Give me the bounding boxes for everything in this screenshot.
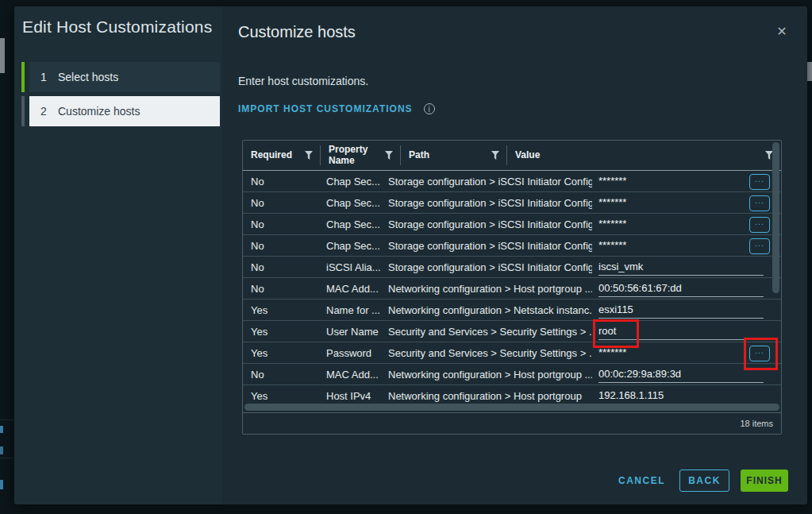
back-button[interactable]: BACK — [679, 470, 729, 492]
edit-value-button[interactable]: ... — [749, 346, 770, 361]
cell-required: No — [243, 171, 318, 191]
cell-property-name: MAC Add... — [318, 364, 380, 385]
table-header: RequiredProperty NamePathValue — [243, 141, 781, 171]
table-row: YesHost IPv4Networking configuration > H… — [243, 385, 781, 402]
table-row: NoChap Sec...Storage configuration > iSC… — [243, 235, 781, 257]
edit-value-button[interactable]: ... — [749, 217, 770, 233]
edit-value-button[interactable]: ... — [749, 238, 770, 254]
cell-required: Yes — [243, 300, 318, 320]
table-row: NoMAC Add...Networking configuration > H… — [243, 278, 781, 300]
cell-path: Storage configuration > iSCSI Initiator … — [380, 257, 592, 277]
cell-required: No — [243, 278, 318, 299]
value-input[interactable]: root — [598, 323, 764, 340]
cell-property-name: Password — [318, 342, 380, 363]
cell-required: No — [243, 192, 318, 213]
cell-path: Storage configuration > iSCSI Initiator … — [380, 214, 592, 234]
wizard-step-customize-hosts: 2 Customize hosts — [14, 96, 222, 126]
cell-required: No — [243, 257, 318, 277]
value-input[interactable]: 00:0c:29:9a:89:3d — [598, 366, 764, 383]
cell-path: Storage configuration > iSCSI Initiator … — [380, 235, 592, 256]
cell-path: Storage configuration > iSCSI Initiator … — [380, 171, 592, 191]
cell-value: 192.168.1.115 — [592, 385, 781, 402]
import-host-customizations-link[interactable]: IMPORT HOST CUSTOMIZATIONS — [238, 103, 413, 114]
table-row: YesName for ...Networking configuration … — [243, 300, 781, 321]
cell-required: No — [243, 364, 318, 385]
background-scrollbar-fragment — [0, 38, 5, 73]
wizard-steps: 1 Select hosts 2 Customize hosts — [14, 62, 222, 126]
background-tag-fragment — [806, 62, 812, 81]
panel-description: Enter host customizations. — [238, 75, 368, 87]
table-row: NoMAC Add...Networking configuration > H… — [243, 364, 781, 385]
step-number: 2 — [40, 105, 58, 118]
customize-hosts-panel: Customize hosts ✕ Enter host customizati… — [222, 6, 807, 504]
host-customizations-table: RequiredProperty NamePathValue NoChap Se… — [242, 140, 782, 435]
value-text: ******* — [598, 173, 629, 189]
wizard-title: Edit Host Customizations — [22, 17, 222, 37]
cell-value: *******... — [592, 192, 781, 213]
column-header-label: Property Name — [329, 145, 385, 167]
value-input[interactable]: iscsi_vmk — [598, 259, 764, 276]
step-progress-rail — [21, 96, 25, 126]
cell-required: Yes — [243, 321, 318, 342]
edit-value-button-wrap: ... — [749, 215, 770, 233]
cancel-button[interactable]: CANCEL — [618, 475, 665, 486]
funnel-icon[interactable] — [305, 151, 313, 160]
wizard-sidebar: Edit Host Customizations 1 Select hosts … — [14, 6, 222, 504]
table-row: NoChap Sec...Storage configuration > iSC… — [243, 192, 781, 214]
column-header-label: Path — [409, 150, 429, 161]
edit-value-button-wrap: ... — [749, 172, 770, 190]
cell-property-name: Name for ... — [318, 300, 380, 320]
value-text: ******* — [598, 195, 629, 211]
import-row: IMPORT HOST CUSTOMIZATIONS i — [238, 103, 435, 114]
cell-value: *******... — [592, 235, 781, 256]
funnel-icon[interactable] — [491, 151, 499, 160]
finish-button[interactable]: FINISH — [741, 470, 788, 492]
value-text: ******* — [598, 345, 629, 361]
edit-value-button[interactable]: ... — [749, 174, 770, 190]
wizard-step-select-hosts: 1 Select hosts — [14, 62, 222, 92]
horizontal-scrollbar-thumb[interactable] — [244, 404, 779, 411]
table-row: YesPasswordSecurity and Services > Secur… — [243, 342, 781, 364]
table-footer: 18 items — [243, 412, 781, 434]
background-link-fragment — [0, 446, 3, 454]
cell-path: Storage configuration > iSCSI Initiator … — [380, 192, 592, 213]
step-label: Select hosts — [58, 71, 118, 83]
value-input[interactable]: esxi115 — [598, 302, 764, 319]
vertical-scrollbar-thumb[interactable] — [772, 142, 779, 293]
edit-value-button-wrap: ... — [749, 194, 770, 211]
cell-property-name: iSCSI Alia... — [318, 257, 380, 277]
edit-value-button-wrap: ... — [749, 237, 770, 254]
cell-value: root — [592, 321, 781, 342]
column-header-label: Required — [251, 150, 292, 161]
column-header-path: Path — [401, 141, 507, 170]
cell-path: Networking configuration > Netstack inst… — [380, 300, 592, 320]
cell-path: Networking configuration > Host portgrou… — [380, 364, 592, 385]
edit-value-button[interactable]: ... — [749, 195, 770, 211]
column-header-label: Value — [515, 150, 540, 161]
step-label: Customize hosts — [58, 105, 140, 118]
cell-value: 00:50:56:61:67:dd — [592, 278, 781, 299]
cell-path: Networking configuration > Host portgrou… — [380, 385, 592, 402]
value-input[interactable]: 192.168.1.115 — [598, 388, 764, 403]
cell-value: 00:0c:29:9a:89:3d — [592, 364, 781, 385]
cell-property-name: Chap Sec... — [318, 214, 380, 234]
table-row: NoChap Sec...Storage configuration > iSC… — [243, 171, 781, 192]
value-input[interactable]: 00:50:56:61:67:dd — [598, 280, 764, 297]
cell-required: Yes — [243, 385, 318, 402]
step-customize-hosts[interactable]: 2 Customize hosts — [29, 96, 220, 126]
info-icon: i — [424, 103, 435, 114]
background-divider-fragment — [0, 458, 14, 458]
value-text: ******* — [598, 238, 629, 253]
cell-property-name: MAC Add... — [318, 278, 380, 299]
close-icon[interactable]: ✕ — [774, 24, 790, 40]
grid-body: NoChap Sec...Storage configuration > iSC… — [243, 171, 781, 402]
edit-value-button-wrap: ... — [749, 344, 770, 361]
dialog-actions: CANCEL BACK FINISH — [618, 470, 788, 492]
step-select-hosts[interactable]: 1 Select hosts — [29, 62, 220, 92]
table-row: YesUser NameSecurity and Services > Secu… — [243, 321, 781, 342]
funnel-icon[interactable] — [385, 151, 393, 160]
cell-property-name: Chap Sec... — [318, 235, 380, 256]
cell-required: Yes — [243, 342, 318, 363]
cell-required: No — [243, 214, 318, 234]
step-progress-rail — [21, 62, 25, 92]
